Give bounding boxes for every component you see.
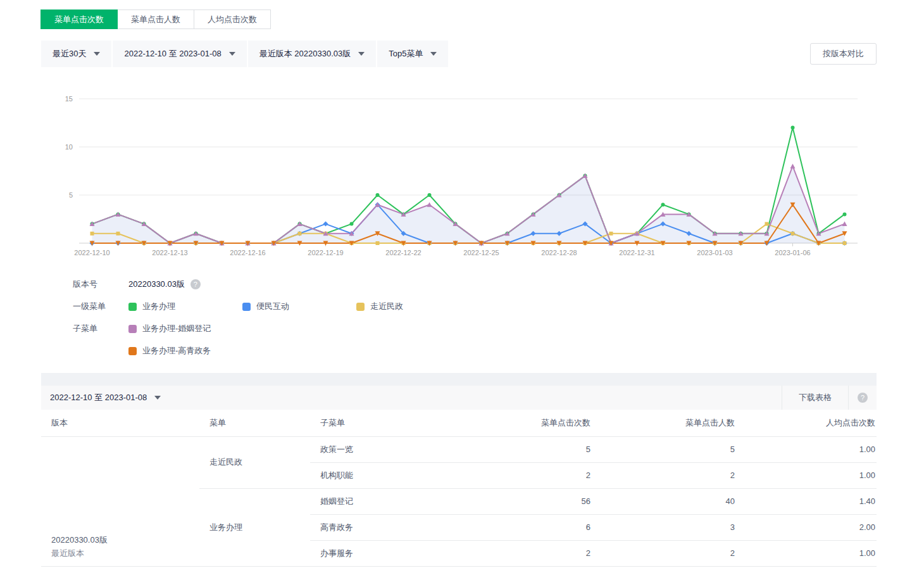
svg-text:10: 10: [65, 143, 73, 151]
svg-text:2023-01-06: 2023-01-06: [775, 249, 810, 256]
table-toolbar: 2022-12-10 至 2023-01-08 下载表格 ?: [41, 386, 877, 410]
col-clicks-per-user: 人均点击次数: [736, 410, 877, 436]
legend-swatch-blue: [242, 303, 251, 311]
chevron-down-icon: [430, 52, 437, 56]
svg-text:5: 5: [69, 191, 73, 199]
click-count-cell: 2: [449, 540, 592, 566]
submenu-cell: 政策一览: [310, 436, 449, 462]
version-name: 20220330.03版: [51, 533, 199, 546]
date-range-dropdown[interactable]: 2022-12-10 至 2023-01-08: [113, 41, 247, 67]
top5-dropdown-label: Top5菜单: [389, 48, 423, 60]
click-count-cell: 5: [449, 436, 592, 462]
clicks-per-user-cell: 1.00: [736, 462, 877, 488]
click-users-cell: 2: [592, 540, 736, 566]
menu-cell-yewubanli: 业务办理: [199, 488, 310, 566]
click-count-cell: 56: [449, 488, 592, 514]
tab-clicks-per-user[interactable]: 人均点击次数: [194, 9, 271, 29]
col-submenu: 子菜单: [310, 410, 449, 436]
legend-item-label: 走近民政: [370, 301, 403, 312]
legend-item-yewubanli[interactable]: 业务办理: [128, 301, 242, 312]
submenu-cell: 婚姻登记: [310, 488, 449, 514]
clicks-per-user-cell: 2.00: [736, 514, 877, 540]
svg-text:2022-12-28: 2022-12-28: [541, 249, 577, 256]
clicks-per-user-cell: 1.00: [736, 540, 877, 566]
section-divider: [41, 373, 877, 386]
legend-item-bianminhudong[interactable]: 便民互动: [242, 301, 356, 312]
svg-text:2022-12-19: 2022-12-19: [308, 249, 343, 256]
legend-version-row: 版本号 20220330.03版 ?: [73, 279, 877, 290]
legend-item-label: 业务办理-高青政务: [142, 345, 211, 357]
filter-bar: 最近30天 2022-12-10 至 2023-01-08 最近版本 20220…: [41, 41, 877, 67]
click-count-cell: 6: [449, 514, 592, 540]
click-count-cell: 2: [449, 462, 592, 488]
col-click-users: 菜单点击人数: [592, 410, 736, 436]
legend-swatch-orange: [128, 347, 137, 355]
svg-text:2022-12-13: 2022-12-13: [152, 249, 187, 256]
svg-text:2022-12-10: 2022-12-10: [74, 249, 109, 256]
table-date-range-dropdown[interactable]: 2022-12-10 至 2023-01-08: [41, 386, 161, 410]
table-row: 20220330.03版 最近版本 走近民政 政策一览 5 5 1.00: [41, 436, 877, 462]
tab-menu-click-users[interactable]: 菜单点击人数: [117, 9, 194, 29]
version-tag: 最近版本: [51, 546, 199, 560]
svg-text:2022-12-31: 2022-12-31: [619, 249, 654, 256]
legend-submenu-row: 子菜单 业务办理-婚姻登记: [73, 323, 877, 334]
chevron-down-icon: [94, 52, 100, 56]
submenu-cell: 办事服务: [310, 540, 449, 566]
svg-text:2022-12-25: 2022-12-25: [463, 249, 499, 256]
legend-item-label: 业务办理: [142, 301, 175, 312]
version-cell: 20220330.03版 最近版本: [41, 436, 199, 566]
col-click-count: 菜单点击次数: [449, 410, 592, 436]
chevron-down-icon: [358, 52, 365, 56]
legend-swatch-green: [128, 303, 137, 311]
click-users-cell: 5: [592, 436, 736, 462]
legend-level1-row: 一级菜单 业务办理 便民互动 走近民政: [73, 301, 877, 312]
table-date-range-label: 2022-12-10 至 2023-01-08: [50, 392, 147, 403]
version-value: 20220330.03版: [128, 279, 185, 290]
help-icon[interactable]: ?: [190, 279, 201, 289]
version-dropdown-label: 最近版本 20220330.03版: [259, 48, 351, 60]
compare-by-version-button[interactable]: 按版本对比: [810, 43, 877, 65]
click-users-cell: 40: [592, 488, 736, 514]
svg-text:15: 15: [65, 95, 73, 103]
download-table-button[interactable]: 下载表格: [782, 386, 848, 410]
col-menu: 菜单: [199, 410, 310, 436]
version-label: 版本号: [73, 279, 128, 290]
date-range-label: 2022-12-10 至 2023-01-08: [124, 48, 221, 60]
chevron-down-icon: [229, 52, 235, 56]
table-help-segment: ?: [848, 386, 877, 410]
legend-item-hunyindengji[interactable]: 业务办理-婚姻登记: [128, 323, 242, 334]
tab-menu-click-count[interactable]: 菜单点击次数: [41, 9, 118, 29]
stats-table: 版本 菜单 子菜单 菜单点击次数 菜单点击人数 人均点击次数 20220330.…: [41, 410, 877, 567]
line-chart[interactable]: 510152022-12-102022-12-132022-12-162022-…: [41, 67, 877, 270]
metric-tabs: 菜单点击次数 菜单点击人数 人均点击次数: [41, 9, 924, 29]
submenu-cell: 机构职能: [310, 462, 449, 488]
chart-card: 最近30天 2022-12-10 至 2023-01-08 最近版本 20220…: [41, 41, 877, 373]
col-version: 版本: [41, 410, 199, 436]
table-card: 2022-12-10 至 2023-01-08 下载表格 ? 版本 菜单 子菜单…: [41, 386, 877, 567]
legend-item-label: 业务办理-婚姻登记: [142, 323, 211, 334]
legend-item-gaoqingzhengwu[interactable]: 业务办理-高青政务: [128, 345, 242, 357]
menu-cell-zoujinminzheng: 走近民政: [199, 436, 310, 488]
help-icon[interactable]: ?: [858, 393, 868, 403]
top5-dropdown[interactable]: Top5菜单: [377, 41, 449, 67]
legend-swatch-purple: [128, 325, 137, 333]
chevron-down-icon: [154, 396, 161, 400]
svg-text:2023-01-03: 2023-01-03: [697, 249, 732, 256]
range-dropdown[interactable]: 最近30天: [41, 41, 113, 67]
svg-text:2022-12-16: 2022-12-16: [230, 249, 265, 256]
level1-menu-label: 一级菜单: [73, 301, 128, 312]
submenu-cell: 高青政务: [310, 514, 449, 540]
legend-submenu-row2: 业务办理-高青政务: [73, 345, 877, 357]
clicks-per-user-cell: 1.00: [736, 436, 877, 462]
table-header-row: 版本 菜单 子菜单 菜单点击次数 菜单点击人数 人均点击次数: [41, 410, 877, 436]
click-users-cell: 2: [592, 462, 736, 488]
click-users-cell: 3: [592, 514, 736, 540]
range-dropdown-label: 最近30天: [53, 48, 86, 60]
legend-swatch-yellow: [356, 303, 365, 311]
version-dropdown[interactable]: 最近版本 20220330.03版: [248, 41, 378, 67]
clicks-per-user-cell: 1.40: [736, 488, 877, 514]
download-table-label: 下载表格: [799, 392, 832, 403]
submenu-label: 子菜单: [73, 323, 128, 334]
legend-item-label: 便民互动: [256, 301, 289, 312]
legend-item-zoujinminzheng[interactable]: 走近民政: [356, 301, 470, 312]
